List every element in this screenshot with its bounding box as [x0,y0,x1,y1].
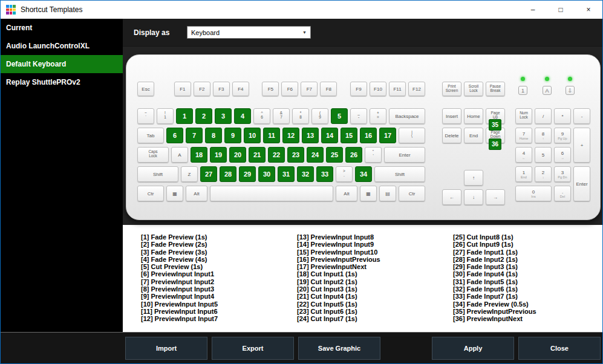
sidebar-item-audio-launchcontrolxl[interactable]: Audio LaunchControlXL [1,37,123,55]
legend-item: [29] Fade Input3 (1s) [453,263,602,270]
footer-buttons-bar: ImportExportSave Graphic ApplyClose [1,332,602,363]
key-f9: F9 [350,82,367,96]
key-f3: F3 [213,82,230,96]
key-shortcut-4: 4 [234,108,251,124]
maximize-button[interactable]: □ [547,1,575,19]
key-shortcut-34: 34 [355,166,372,182]
close-button[interactable]: Close [518,337,601,360]
key-4: 4← [515,147,532,163]
key-shortcut-7: 7 [186,128,203,143]
key-alt: Alt [336,186,357,201]
keyboard-graphic-area: EscF1F2F3F4F5F6F7F8F9F10F11F12PrintScree… [123,47,602,225]
legend-item: [7] PreviewInput Input2 [141,278,297,285]
key-shortcut-36: 36 [489,138,501,150]
legend-item: [14] PreviewInput Input9 [297,241,453,248]
legend-item: [16] PreviewInputPrevious [297,256,453,263]
key-9: (9 [311,108,328,124]
key-blank [210,186,333,201]
legend-item: [36] PreviewInputNext [453,315,602,322]
export-button[interactable]: Export [212,337,294,360]
key-end: End [464,128,483,143]
key-shortcut-5: 5 [331,108,348,124]
key-blank: += [370,108,386,124]
key-blank: ▤ [379,186,396,201]
display-as-combobox[interactable]: Keyboard ▼ [187,26,311,39]
sidebar-item-current[interactable]: Current [1,19,123,37]
key-f1: F1 [174,82,191,96]
key-blank: ~` [137,108,154,124]
window-title: Shortcut Templates [21,5,83,14]
key-f10: F10 [370,82,386,96]
led-indicator [521,77,525,81]
shortcut-legend: [1] Fade Preview (1s)[2] Fade Preview (2… [123,225,602,332]
key-delete: Delete [442,128,461,143]
key-print-screen: PrintScreen [442,82,461,96]
key-3: 3Pg Dn [554,166,571,182]
sidebar-item-replay-shuttleprov2[interactable]: Replay ShuttlePROv2 [1,73,123,91]
key-blank: >. [336,166,353,182]
chevron-down-icon: ▼ [302,30,307,35]
key-shortcut-9: 9 [224,128,241,143]
key-blank: "' [365,147,382,163]
key-5: 5 [535,147,552,163]
legend-item: [20] Cut Input3 (1s) [297,285,453,293]
apply-button[interactable]: Apply [432,337,514,360]
close-window-button[interactable]: × [575,1,602,19]
key-shortcut-25: 25 [326,147,343,163]
key-esc: Esc [137,82,154,96]
window-content: CurrentAudio LaunchControlXLDefault Keyb… [1,19,602,332]
key-shortcut-16: 16 [360,128,377,143]
key-shortcut-21: 21 [249,147,266,163]
key-8: *8 [292,108,309,124]
key-z: Z [181,166,198,182]
legend-item: [13] PreviewInput Input8 [297,233,453,241]
key-shortcut-28: 28 [220,166,236,182]
key-ctr: Ctr [137,186,164,201]
legend-item: [22] Cut Input5 (1s) [297,301,453,308]
legend-item: [31] Fade Input5 (1s) [453,278,602,285]
legend-item: [9] PreviewInput Input4 [141,293,297,300]
key-blank: |\ [399,128,425,143]
key-scroll-lock: ScrollLock [464,82,483,96]
key-shortcut-29: 29 [239,166,256,182]
legend-item: [5] Cut Preview (1s) [141,263,297,270]
key-6: ^6 [253,108,270,124]
minimize-button[interactable]: – [519,1,547,19]
led-1-icon: 1 [518,86,527,95]
legend-item: [33] Fade Input7 (1s) [453,293,602,300]
legend-item: [26] Cut Input9 (1s) [453,241,602,248]
main-panel: Display as Keyboard ▼ EscF1F2F3F4F5F6F7F… [123,19,602,332]
sidebar-item-default-keyboard[interactable]: Default Keyboard [1,55,123,73]
save-graphic-button[interactable]: Save Graphic [298,337,380,360]
key-num-lock: NumLock [515,108,532,124]
footer-right-group: ApplyClose [432,337,601,360]
legend-item: [25] Cut Input8 (1s) [453,233,602,241]
key-shortcut-30: 30 [258,166,275,182]
legend-item: [19] Cut Input2 (1s) [297,278,453,285]
legend-item: [17] PreviewInputNext [297,263,453,270]
key-shortcut-19: 19 [210,147,227,163]
key-shortcut-6: 6 [166,128,183,143]
legend-item: [32] Fade Input6 (1s) [453,285,602,293]
key-shift: Shift [137,166,178,182]
key-f6: F6 [281,82,298,96]
key-blank: ▦ [360,186,377,201]
key-blank: ← [442,189,461,205]
legend-item: [35] PreviewInputPrevious [453,308,602,315]
key-pause-break: PauseBreak [486,82,505,96]
key-blank: .Del [554,186,571,201]
display-as-value: Keyboard [191,29,220,36]
key-shortcut-35: 35 [489,119,501,131]
key-shift: Shift [374,166,425,182]
key-blank: / [535,108,552,124]
key-f7: F7 [301,82,318,96]
key-home: Home [464,108,483,124]
import-button[interactable]: Import [125,337,207,360]
key-1: 1End [515,166,532,182]
display-as-toolbar: Display as Keyboard ▼ [123,19,602,47]
led-a-icon: A [543,86,552,95]
legend-item: [2] Fade Preview (2s) [141,241,297,248]
key-2: 2↓ [535,166,552,182]
key-blank: * [554,108,571,124]
key-7: &7 [273,108,290,124]
